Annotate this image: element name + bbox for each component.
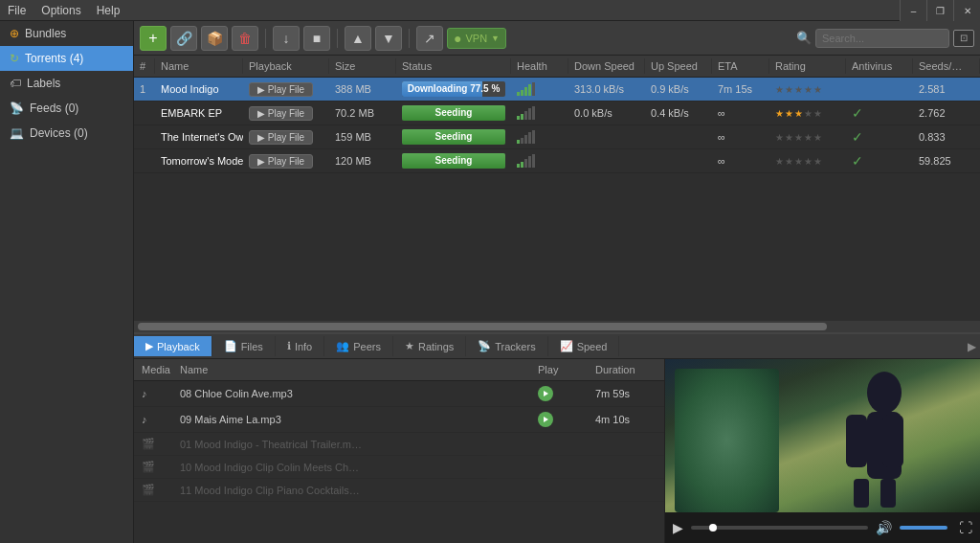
col-playback: Playback xyxy=(243,58,329,74)
link-button[interactable]: 🔗 xyxy=(170,26,197,51)
sidebar-item-torrents[interactable]: ↻ Torrents (4) xyxy=(0,46,133,71)
tab-files[interactable]: 📄 Files xyxy=(212,336,276,356)
vpn-icon: ● xyxy=(454,31,461,46)
file-duration: 4m 10s xyxy=(588,410,664,429)
video-volume-icon[interactable]: 🔊 xyxy=(876,520,892,535)
row-antivirus: ✓ xyxy=(846,102,913,124)
close-button[interactable]: ✕ xyxy=(953,0,980,21)
row-up-speed xyxy=(645,125,712,148)
play-circle-button[interactable] xyxy=(538,412,553,427)
row-eta: ∞ xyxy=(712,125,769,148)
health-bar-3 xyxy=(524,87,527,96)
star-rating: ★ ★ ★ ★ ★ xyxy=(775,84,822,95)
video-play-button[interactable]: ▶ xyxy=(673,520,683,535)
content-area: + 🔗 📦 🗑 ↓ ■ ▲ ▼ ↗ ● VPN ▼ 🔍 ⊡ xyxy=(134,21,980,543)
col-down-speed: Down Speed xyxy=(568,58,645,74)
share-button[interactable]: ↗ xyxy=(416,26,443,51)
file-play xyxy=(530,384,588,403)
play-button[interactable]: ▶ Play File xyxy=(249,154,313,169)
sidebar-item-feeds[interactable]: 📡 Feeds (0) xyxy=(0,96,133,121)
monitor-button[interactable]: ⊡ xyxy=(953,30,974,47)
row-health xyxy=(511,149,568,172)
tab-ratings-label: Ratings xyxy=(418,341,454,352)
menu-help[interactable]: Help xyxy=(97,4,121,17)
play-button[interactable]: ▶ Play File xyxy=(249,106,313,121)
file-media-icon: 🎬 xyxy=(134,482,172,498)
health-bar-5 xyxy=(532,82,535,96)
table-row[interactable]: 1 Mood Indigo ▶ Play File 388 MB Downloa… xyxy=(134,78,980,102)
row-eta: 7m 15s xyxy=(712,78,769,101)
sidebar-item-devices[interactable]: 💻 Devices (0) xyxy=(0,121,133,146)
tab-speed[interactable]: 📈 Speed xyxy=(548,336,620,356)
panel-expand-button[interactable]: ▶ xyxy=(963,334,980,359)
tab-peers[interactable]: 👥 Peers xyxy=(324,336,393,356)
download-button[interactable]: ↓ xyxy=(273,26,300,51)
music-icon: ♪ xyxy=(142,388,147,399)
row-name: EMBARK EP xyxy=(155,102,243,124)
play-button[interactable]: ▶ Play File xyxy=(249,130,313,145)
sidebar-item-bundles[interactable]: ⊕ Bundles xyxy=(0,21,133,46)
row-size: 70.2 MB xyxy=(329,102,396,124)
file-name: 01 Mood Indigo - Theatrical Trailer.m… xyxy=(172,436,530,452)
list-item[interactable]: 🎬 01 Mood Indigo - Theatrical Trailer.m… xyxy=(134,433,664,456)
search-input[interactable] xyxy=(815,29,949,48)
row-size: 120 MB xyxy=(329,149,396,172)
progress-bar: Seeding xyxy=(402,129,505,145)
horizontal-scrollbar[interactable] xyxy=(134,321,980,332)
stop-button[interactable]: ■ xyxy=(303,26,330,51)
video-progress-bar[interactable] xyxy=(691,526,868,530)
move-up-button[interactable]: ▲ xyxy=(345,26,371,51)
video-fullscreen-button[interactable]: ⛶ xyxy=(959,520,972,535)
video-volume-bar[interactable] xyxy=(900,526,947,530)
peers-icon: 👥 xyxy=(336,340,349,352)
trackers-icon: 📡 xyxy=(478,340,491,352)
menu-file[interactable]: File xyxy=(8,4,26,17)
file-play xyxy=(530,459,588,475)
col-status: Status xyxy=(396,58,511,74)
info-icon: ℹ xyxy=(287,340,291,352)
torrent-rows: 1 Mood Indigo ▶ Play File 388 MB Downloa… xyxy=(134,78,980,173)
star-5: ★ xyxy=(813,108,822,119)
torrent-icon: ↻ xyxy=(10,52,19,65)
file-media-icon: ♪ xyxy=(134,384,172,403)
speed-icon: 📈 xyxy=(560,340,573,352)
row-playback: ▶ Play File xyxy=(243,149,329,172)
menu-options[interactable]: Options xyxy=(41,4,80,17)
row-playback: ▶ Play File xyxy=(243,78,329,101)
table-row[interactable]: Tomorrow's Modern Boxes ▶ Play File 120 … xyxy=(134,149,980,173)
row-rating: ★ ★ ★ ★ ★ xyxy=(769,78,846,101)
scrollbar-thumb[interactable] xyxy=(138,323,827,330)
row-num: 1 xyxy=(134,78,155,101)
progress-text: Seeding xyxy=(402,129,505,145)
col-up-speed: Up Speed xyxy=(645,58,712,74)
table-row[interactable]: EMBARK EP ▶ Play File 70.2 MB Seeding xyxy=(134,102,980,125)
add-button[interactable]: + xyxy=(140,26,167,51)
tab-playback[interactable]: ▶ Playback xyxy=(134,336,212,356)
row-status: Seeding xyxy=(396,149,511,172)
tab-ratings[interactable]: ★ Ratings xyxy=(393,336,466,356)
file-play xyxy=(530,410,588,429)
delete-button[interactable]: 🗑 xyxy=(232,26,258,51)
maximize-button[interactable]: ❐ xyxy=(926,0,953,21)
list-item[interactable]: ♪ 09 Mais Aime La.mp3 4m 10s xyxy=(134,407,664,433)
tab-info[interactable]: ℹ Info xyxy=(276,336,324,356)
list-item[interactable]: 🎬 10 Mood Indigo Clip Colin Meets Ch… xyxy=(134,456,664,479)
row-seeds: 59.825 xyxy=(913,149,980,172)
play-button[interactable]: ▶ Play File xyxy=(249,82,313,97)
vpn-button[interactable]: ● VPN ▼ xyxy=(447,28,506,49)
progress-bar: Seeding xyxy=(402,105,505,121)
table-row[interactable]: The Internet's Own Boy ▶ Play File 159 M… xyxy=(134,125,980,149)
files-icon: 📄 xyxy=(224,340,237,352)
sidebar-item-labels[interactable]: 🏷 Labels xyxy=(0,71,133,96)
move-down-button[interactable]: ▼ xyxy=(375,26,402,51)
play-circle-button[interactable] xyxy=(538,386,553,401)
list-item[interactable]: 🎬 11 Mood Indigo Clip Piano Cocktails… xyxy=(134,479,664,502)
box-button[interactable]: 📦 xyxy=(201,26,228,51)
row-antivirus: ✓ xyxy=(846,149,913,172)
tab-trackers[interactable]: 📡 Trackers xyxy=(466,336,547,356)
star-2: ★ xyxy=(785,108,793,119)
list-item[interactable]: ♪ 08 Chloe Colin Ave.mp3 7m 59s xyxy=(134,381,664,407)
star-2: ★ xyxy=(785,84,793,95)
person-silhouette xyxy=(817,359,932,512)
minimize-button[interactable]: – xyxy=(900,0,926,21)
